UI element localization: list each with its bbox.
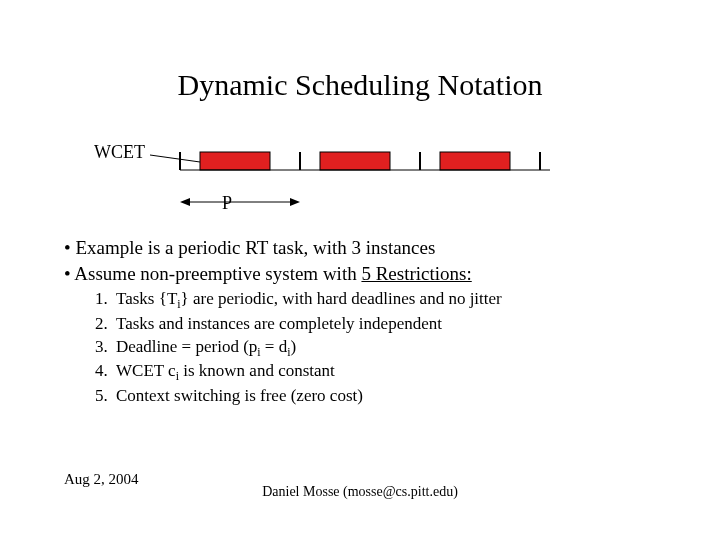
slide-title: Dynamic Scheduling Notation <box>0 68 720 102</box>
task-instance-1 <box>320 152 390 170</box>
task-instance-2 <box>440 152 510 170</box>
r1-pre: Tasks {T <box>116 289 177 308</box>
r4-post: is known and constant <box>179 361 335 380</box>
bullet-1-text: Example is a periodic RT task, with 3 in… <box>75 237 435 258</box>
restriction-5: Context switching is free (zero cost) <box>112 385 664 408</box>
period-arrow-left <box>180 198 190 206</box>
task-instance-0 <box>200 152 270 170</box>
bullet-2: Assume non-preemptive system with 5 Rest… <box>64 261 664 408</box>
footer-author: Daniel Mosse (mosse@cs.pitt.edu) <box>0 484 720 500</box>
task-timeline-diagram <box>150 140 570 220</box>
bullet-2-pre: Assume non-preemptive system with <box>74 263 361 284</box>
period-arrow-right <box>290 198 300 206</box>
restriction-2: Tasks and instances are completely indep… <box>112 313 664 336</box>
bullet-2-underlined: 5 Restrictions: <box>361 263 471 284</box>
slide: Dynamic Scheduling Notation WCET P Examp… <box>0 0 720 540</box>
restriction-3: Deadline = period (pi = di) <box>112 336 664 360</box>
r3-pre: Deadline = period (p <box>116 337 257 356</box>
r1-post: } are periodic, with hard deadlines and … <box>181 289 502 308</box>
wcet-pointer-line <box>150 155 200 162</box>
wcet-label: WCET <box>94 142 145 163</box>
restriction-1: Tasks {Ti} are periodic, with hard deadl… <box>112 288 664 312</box>
bullet-list: Example is a periodic RT task, with 3 in… <box>64 235 664 408</box>
period-label: P <box>222 193 232 214</box>
r4-pre: WCET c <box>116 361 176 380</box>
r3-post: ) <box>291 337 297 356</box>
bullet-1: Example is a periodic RT task, with 3 in… <box>64 235 664 261</box>
r3-mid: = d <box>261 337 288 356</box>
restriction-4: WCET ci is known and constant <box>112 360 664 384</box>
restrictions-list: Tasks {Ti} are periodic, with hard deadl… <box>112 288 664 407</box>
